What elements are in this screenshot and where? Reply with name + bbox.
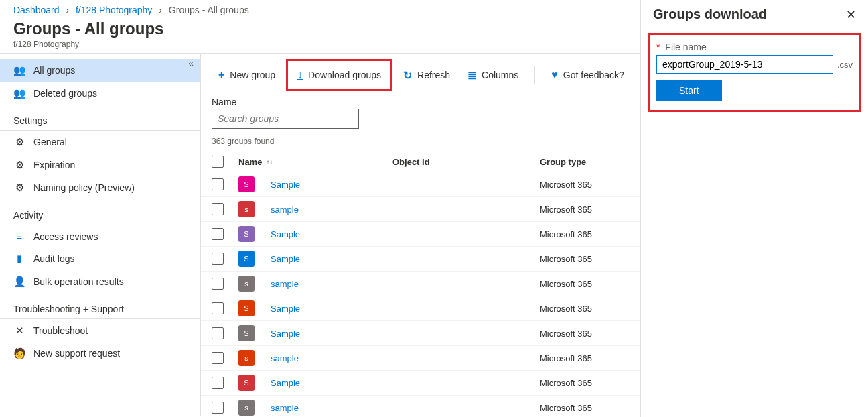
row-checkbox[interactable] bbox=[212, 377, 224, 389]
new-group-button[interactable]: + New group bbox=[212, 65, 282, 85]
download-panel: Groups download ✕ * File name .csv Start bbox=[640, 0, 868, 417]
row-checkbox[interactable] bbox=[212, 302, 224, 314]
sidebar-item-label: Expiration bbox=[33, 160, 75, 170]
group-name-link[interactable]: sample bbox=[271, 353, 299, 363]
sidebar-item-label: Bulk operation results bbox=[33, 276, 124, 287]
row-checkbox[interactable] bbox=[212, 402, 224, 414]
download-icon: ↓ bbox=[297, 69, 303, 81]
group-name-link[interactable]: Sample bbox=[271, 254, 300, 264]
group-name-link[interactable]: sample bbox=[271, 204, 299, 215]
sidebar-item-naming-policy[interactable]: ⚙ Naming policy (Preview) bbox=[0, 176, 200, 199]
group-name-link[interactable]: sample bbox=[271, 403, 299, 413]
search-input[interactable] bbox=[212, 109, 359, 129]
chevron-icon: › bbox=[66, 5, 69, 15]
group-icon: 👥 bbox=[13, 87, 25, 99]
group-name-link[interactable]: Sample bbox=[271, 180, 300, 190]
row-checkbox[interactable] bbox=[212, 228, 224, 240]
sidebar-item-label: Audit logs bbox=[33, 253, 74, 264]
group-name-link[interactable]: sample bbox=[271, 279, 299, 289]
select-all-checkbox[interactable] bbox=[212, 156, 224, 168]
group-avatar: s bbox=[238, 400, 255, 416]
column-object-id[interactable]: Object Id bbox=[392, 157, 540, 167]
download-groups-button[interactable]: ↓ Download groups bbox=[286, 59, 392, 91]
breadcrumb-dashboard[interactable]: Dashboard bbox=[13, 5, 60, 15]
group-avatar: S bbox=[238, 176, 255, 192]
row-checkbox[interactable] bbox=[212, 253, 224, 265]
gear-icon: ⚙ bbox=[13, 182, 25, 194]
group-avatar: S bbox=[238, 300, 255, 316]
file-name-input[interactable] bbox=[656, 55, 833, 74]
group-icon: 👥 bbox=[13, 64, 25, 76]
refresh-icon: ↻ bbox=[403, 69, 412, 82]
gear-icon: ⚙ bbox=[13, 136, 25, 148]
required-indicator: * bbox=[656, 42, 660, 52]
plus-icon: + bbox=[218, 69, 224, 81]
columns-button[interactable]: ≣ Columns bbox=[461, 65, 525, 86]
group-avatar: S bbox=[238, 375, 255, 391]
sidebar-item-audit-logs[interactable]: ▮ Audit logs bbox=[0, 247, 200, 270]
row-checkbox[interactable] bbox=[212, 178, 224, 190]
column-name[interactable]: Name bbox=[238, 157, 262, 167]
row-checkbox[interactable] bbox=[212, 352, 224, 364]
start-button[interactable]: Start bbox=[656, 80, 722, 101]
sidebar-section-settings: Settings bbox=[0, 107, 200, 131]
sidebar-item-deleted-groups[interactable]: 👥 Deleted groups bbox=[0, 82, 200, 105]
sidebar-item-support-request[interactable]: 🧑 New support request bbox=[0, 342, 200, 365]
chevron-icon: › bbox=[159, 5, 162, 15]
row-checkbox[interactable] bbox=[212, 327, 224, 339]
separator bbox=[534, 66, 535, 84]
sidebar-item-all-groups[interactable]: 👥 All groups bbox=[0, 59, 200, 82]
sidebar-item-troubleshoot[interactable]: ✕ Troubleshoot bbox=[0, 319, 200, 342]
group-name-link[interactable]: Sample bbox=[271, 329, 300, 339]
group-avatar: S bbox=[238, 325, 255, 341]
columns-icon: ≣ bbox=[467, 69, 476, 82]
button-label: Download groups bbox=[308, 70, 381, 80]
sidebar-item-expiration[interactable]: ⚙ Expiration bbox=[0, 154, 200, 176]
button-label: Columns bbox=[482, 70, 518, 80]
sidebar-item-access-reviews[interactable]: ≡ Access reviews bbox=[0, 225, 200, 247]
group-avatar: S bbox=[238, 226, 255, 242]
sidebar-item-label: New support request bbox=[33, 348, 120, 359]
sidebar-section-activity: Activity bbox=[0, 202, 200, 225]
group-avatar: s bbox=[238, 276, 255, 292]
heart-icon: ♥ bbox=[551, 69, 558, 81]
group-name-link[interactable]: Sample bbox=[271, 304, 300, 314]
sort-icon[interactable]: ↑↓ bbox=[266, 158, 273, 166]
file-name-label: File name bbox=[665, 42, 706, 52]
sidebar-item-label: Access reviews bbox=[33, 231, 98, 242]
panel-title: Groups download bbox=[653, 7, 767, 22]
sidebar-item-general[interactable]: ⚙ General bbox=[0, 131, 200, 154]
group-avatar: s bbox=[238, 201, 255, 217]
people-icon: 👤 bbox=[13, 276, 25, 288]
support-icon: 🧑 bbox=[13, 347, 25, 359]
sidebar: « 👥 All groups 👥 Deleted groups Settings… bbox=[0, 54, 201, 416]
file-extension: .csv bbox=[837, 60, 853, 70]
book-icon: ▮ bbox=[13, 253, 25, 265]
sidebar-item-label: General bbox=[33, 137, 67, 147]
refresh-button[interactable]: ↻ Refresh bbox=[396, 65, 457, 86]
row-checkbox[interactable] bbox=[212, 203, 224, 215]
group-avatar: S bbox=[238, 251, 255, 267]
sidebar-item-bulk-results[interactable]: 👤 Bulk operation results bbox=[0, 270, 200, 293]
sidebar-item-label: All groups bbox=[33, 65, 75, 76]
button-label: Refresh bbox=[417, 70, 450, 80]
button-label: New group bbox=[230, 70, 275, 80]
feedback-button[interactable]: ♥ Got feedback? bbox=[545, 65, 631, 85]
breadcrumb-org[interactable]: f/128 Photography bbox=[76, 5, 152, 15]
row-checkbox[interactable] bbox=[212, 278, 224, 290]
group-name-link[interactable]: Sample bbox=[271, 229, 300, 239]
sidebar-section-support: Troubleshooting + Support bbox=[0, 296, 200, 319]
sidebar-item-label: Deleted groups bbox=[33, 88, 97, 99]
close-icon[interactable]: ✕ bbox=[846, 7, 856, 22]
sidebar-item-label: Naming policy (Preview) bbox=[33, 182, 135, 193]
gear-icon: ⚙ bbox=[13, 159, 25, 171]
sidebar-item-label: Troubleshoot bbox=[33, 325, 88, 336]
list-icon: ≡ bbox=[13, 231, 25, 242]
wrench-icon: ✕ bbox=[13, 324, 25, 337]
panel-body: * File name .csv Start bbox=[648, 33, 861, 112]
group-avatar: s bbox=[238, 350, 255, 366]
button-label: Got feedback? bbox=[563, 70, 624, 80]
group-name-link[interactable]: Sample bbox=[271, 378, 300, 388]
collapse-icon[interactable]: « bbox=[188, 58, 194, 68]
breadcrumb-current: Groups - All groups bbox=[169, 5, 249, 15]
